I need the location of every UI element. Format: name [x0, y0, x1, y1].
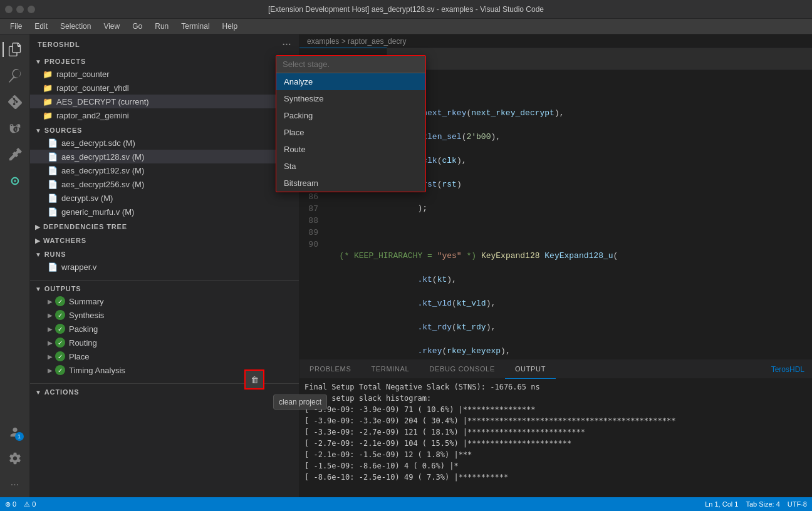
packing-status: ✓: [55, 324, 65, 334]
routing-status: ✓: [55, 338, 65, 348]
status-tab-size[interactable]: Tab Size: 4: [746, 500, 779, 508]
source-128[interactable]: 📄 aes_decrypt128.sv (M) − ✓: [30, 150, 299, 163]
trash-icon: 🗑: [251, 375, 259, 385]
output-line-5: [ -3.3e-09: -2.7e-09) 121 ( 18.1%) |****…: [304, 426, 807, 438]
activity-more-icon[interactable]: ···: [3, 472, 28, 497]
source-generic[interactable]: 📄 generic_murfu.v (M): [30, 205, 299, 219]
outputs-section: ▼ OUTPUTS ▶ ✓ Summary ▶ ✓ Synthesis ▶ ✓ …: [30, 280, 299, 378]
output-synthesis[interactable]: ▶ ✓ Synthesis: [30, 308, 299, 322]
output-summary[interactable]: ▶ ✓ Summary: [30, 294, 299, 308]
activity-git-icon[interactable]: [3, 90, 28, 115]
file-icon: 📄: [48, 138, 58, 148]
panel-content[interactable]: Final Setup Total Negative Slack (STNS):…: [299, 379, 812, 497]
stage-dropdown: Analyze Synthesize Packing Place Route S…: [276, 55, 426, 192]
tab-problems[interactable]: PROBLEMS: [299, 360, 361, 379]
code-line-86: .kt_rdy(kt_rdy),: [330, 321, 812, 333]
stage-analyze[interactable]: Analyze: [276, 73, 425, 90]
runs-header[interactable]: ▼ RUNS: [30, 249, 299, 260]
stage-synthesize[interactable]: Synthesize: [276, 90, 425, 107]
project-raptor-counter-vhdl[interactable]: 📁 raptor_counter_vhdl: [30, 81, 299, 95]
project-raptor-and2[interactable]: 📁 raptor_and2_gemini: [30, 108, 299, 122]
stage-route[interactable]: Route: [276, 141, 425, 158]
activity-extensions-icon[interactable]: [3, 142, 28, 167]
minimize-dot[interactable]: [16, 6, 24, 13]
outputs-header[interactable]: ▼ OUTPUTS: [30, 283, 299, 294]
outputs-arrow: ▼: [35, 286, 42, 292]
activity-explorer-icon[interactable]: [3, 37, 28, 62]
file-icon: 📄: [48, 207, 58, 217]
activity-run-icon[interactable]: [3, 116, 28, 141]
timing-status: ✓: [55, 365, 65, 375]
output-line-6: [ -2.7e-09: -2.1e-09) 104 ( 15.5%) |****…: [304, 438, 807, 449]
activity-search-icon[interactable]: [3, 63, 28, 88]
output-line-3: [ -3.9e-09: -3.9e-09) 71 ( 10.6%) |*****…: [304, 404, 807, 415]
menu-go[interactable]: Go: [127, 21, 147, 32]
sources-header[interactable]: ▼ SOURCES: [30, 125, 299, 136]
bottom-panel: PROBLEMS TERMINAL DEBUG CONSOLE OUTPUT T…: [299, 359, 812, 497]
tab-output[interactable]: OUTPUT: [505, 360, 556, 379]
activity-settings-icon[interactable]: [3, 446, 28, 471]
summary-arrow: ▶: [48, 298, 53, 305]
file-icon: 📄: [48, 262, 58, 272]
projects-header[interactable]: ▼ PROJECTS: [30, 56, 299, 67]
output-line-2: Final setup slack histogram:: [304, 393, 807, 404]
source-decrypt[interactable]: 📄 decrypt.sv (M): [30, 191, 299, 205]
status-line-col[interactable]: Ln 1, Col 1: [705, 500, 738, 508]
source-256[interactable]: 📄 aes_decrypt256.sv (M): [30, 177, 299, 191]
projects-section: ▼ PROJECTS 📁 raptor_counter 📁 raptor_cou…: [30, 54, 299, 123]
stage-sta[interactable]: Sta: [276, 158, 425, 175]
output-packing[interactable]: ▶ ✓ Packing: [30, 322, 299, 336]
folder-icon: 📁: [43, 97, 53, 106]
status-encoding[interactable]: UTF-8: [788, 500, 807, 508]
menu-file[interactable]: File: [5, 21, 27, 32]
stage-search-input[interactable]: [276, 56, 425, 73]
output-routing[interactable]: ▶ ✓ Routing: [30, 336, 299, 349]
delete-button[interactable]: 🗑: [244, 369, 264, 390]
project-aes-decrypt[interactable]: 📁 AES_DECRYPT (current) ✕ ✎: [30, 95, 299, 108]
deps-header[interactable]: ▶ DEPENDENCIES TREE: [30, 221, 299, 232]
maximize-dot[interactable]: [28, 6, 35, 13]
projects-arrow: ▼: [35, 58, 42, 65]
file-icon: 📄: [48, 152, 58, 162]
titlebar: [Extension Development Host] aes_decrypt…: [0, 0, 812, 19]
code-line-83: (* KEEP_HIRARACHY = "yes" *) KeyExpand12…: [330, 250, 812, 262]
tab-terminal[interactable]: TERMINAL: [361, 360, 419, 379]
activity-teroshdl-icon[interactable]: ⊙: [3, 168, 28, 194]
tab-debug-console[interactable]: DEBUG CONSOLE: [419, 360, 505, 379]
activity-account-icon[interactable]: 1: [3, 420, 28, 445]
code-line-85: .kt_vld(kt_vld),: [330, 297, 812, 309]
activity-bar: ⊙ 1 ···: [0, 34, 30, 497]
project-raptor-counter[interactable]: 📁 raptor_counter: [30, 67, 299, 81]
run-wrapper[interactable]: 📄 wrapper.v: [30, 260, 299, 274]
stage-place[interactable]: Place: [276, 124, 425, 141]
stage-packing[interactable]: Packing: [276, 107, 425, 124]
menu-selection[interactable]: Selection: [55, 21, 96, 32]
menu-run[interactable]: Run: [150, 21, 174, 32]
folder-icon: 📁: [43, 70, 53, 79]
status-errors[interactable]: ⊗ 0: [5, 500, 16, 508]
stage-bitstream[interactable]: Bitstream: [276, 175, 425, 192]
menu-view[interactable]: View: [98, 21, 125, 32]
breadcrumb: examples > raptor_aes_decry: [299, 34, 812, 48]
sidebar: TerosHDL ··· ▼ PROJECTS 📁 raptor_counter…: [30, 34, 299, 497]
source-192[interactable]: 📄 aes_decrypt192.sv (M): [30, 163, 299, 177]
watchers-arrow: ▶: [35, 237, 41, 244]
source-sdc[interactable]: 📄 aes_decrypt.sdc (M): [30, 136, 299, 150]
output-line-9: [ -8.6e-10: -2.5e-10) 49 ( 7.3%) |******…: [304, 472, 807, 483]
output-line-4: [ -3.9e-09: -3.3e-09) 204 ( 30.4%) |****…: [304, 415, 807, 426]
sidebar-more-icon[interactable]: ···: [283, 39, 291, 49]
close-dot[interactable]: [5, 6, 13, 13]
menu-help[interactable]: Help: [217, 21, 243, 32]
place-arrow: ▶: [48, 353, 53, 360]
runs-section: ▼ RUNS 📄 wrapper.v: [30, 247, 299, 275]
breadcrumb-text: examples > raptor_aes_decry: [307, 37, 406, 46]
routing-arrow: ▶: [48, 339, 53, 346]
file-icon: 📄: [48, 166, 58, 175]
titlebar-controls: [5, 6, 35, 13]
menu-terminal[interactable]: Terminal: [176, 21, 214, 32]
output-place[interactable]: ▶ ✓ Place: [30, 349, 299, 363]
status-warnings[interactable]: ⚠ 0: [24, 500, 36, 508]
menu-edit[interactable]: Edit: [29, 21, 53, 32]
menubar: File Edit Selection View Go Run Terminal…: [0, 19, 812, 34]
watchers-header[interactable]: ▶ WATCHERS: [30, 235, 299, 246]
